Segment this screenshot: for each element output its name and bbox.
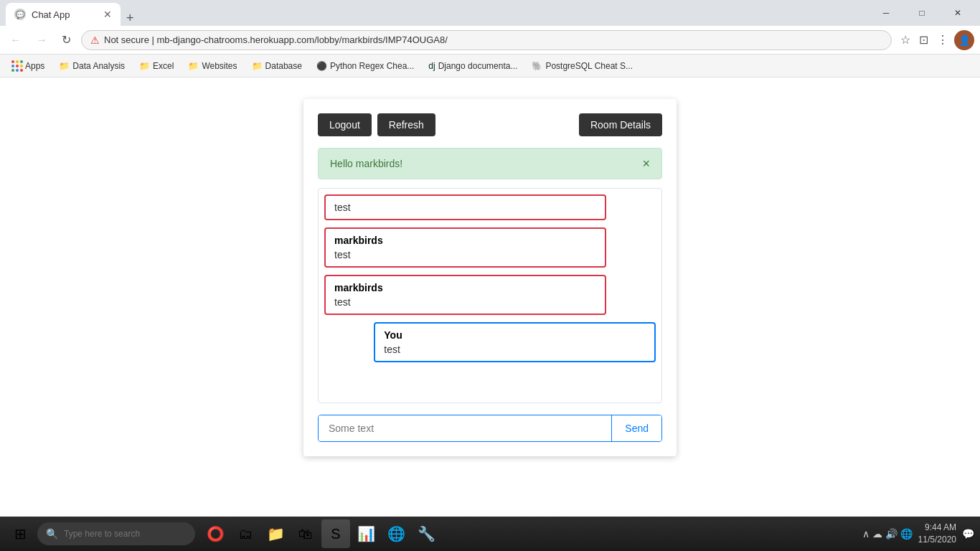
clock-display: 9:44 AM 11/5/2020	[918, 522, 956, 546]
message-username: You	[384, 329, 646, 341]
date: 11/5/2020	[918, 534, 956, 546]
tab-close-button[interactable]: ✕	[103, 9, 112, 20]
alert-banner: Hello markbirds! ×	[318, 148, 662, 179]
message-bubble: test	[324, 194, 606, 220]
new-tab-button[interactable]: +	[121, 11, 140, 26]
taskbar-app-store[interactable]: 🛍	[291, 519, 320, 548]
alert-close-button[interactable]: ×	[642, 157, 650, 170]
search-input[interactable]	[64, 529, 187, 539]
chevron-up-icon[interactable]: ∧	[862, 528, 870, 540]
bookmark-python-regex[interactable]: ⚫ Python Regex Chea...	[311, 59, 420, 73]
bookmark-apps[interactable]: Apps	[6, 58, 50, 74]
message-input-area: Send	[318, 415, 662, 442]
django-favicon: dj	[428, 61, 435, 71]
close-button[interactable]: ✕	[941, 0, 974, 26]
toolbar-left: Logout Refresh	[318, 113, 435, 136]
tab-group: 💬 Chat App ✕ +	[6, 0, 140, 26]
bookmark-postgresql[interactable]: 🐘 PostgreSQL Cheat S...	[526, 59, 639, 73]
bookmark-websites[interactable]: 📁 Websites	[182, 59, 242, 73]
url-text: Not secure | mb-django-chatrooms.herokua…	[104, 34, 448, 45]
chat-card: Logout Refresh Room Details Hello markbi…	[303, 99, 677, 456]
start-button[interactable]: ⊞	[6, 519, 34, 548]
link-favicon: ⚫	[316, 61, 327, 71]
refresh-button[interactable]: Refresh	[377, 113, 435, 136]
chat-toolbar: Logout Refresh Room Details	[318, 113, 662, 136]
message-text: test	[334, 249, 596, 260]
folder-icon: 📁	[59, 61, 70, 71]
message-username: markbirds	[334, 235, 596, 246]
page-content: Logout Refresh Room Details Hello markbi…	[0, 77, 980, 551]
warning-icon: ⚠	[90, 34, 100, 46]
pg-favicon: 🐘	[532, 61, 542, 71]
restore-button[interactable]: □	[905, 0, 938, 26]
bookmark-excel[interactable]: 📁 Excel	[133, 59, 179, 73]
taskbar-search[interactable]: 🔍	[37, 522, 195, 545]
url-bar[interactable]: ⚠ Not secure | mb-django-chatrooms.herok…	[81, 30, 892, 50]
network-icon[interactable]: 🌐	[900, 528, 913, 540]
taskbar-sublime[interactable]: S	[321, 519, 350, 548]
message-text: test	[334, 202, 596, 213]
minimize-button[interactable]: ─	[870, 0, 903, 26]
folder-icon: 📁	[139, 61, 150, 71]
taskbar-explorer[interactable]: 📁	[261, 519, 290, 548]
cloud-icon[interactable]: ☁	[872, 528, 882, 540]
message-bubble: markbirds test	[324, 227, 606, 268]
time: 9:44 AM	[918, 522, 956, 534]
message-bubble-self: You test	[374, 322, 656, 362]
active-tab[interactable]: 💬 Chat App ✕	[6, 3, 121, 26]
message-text: test	[334, 296, 596, 308]
tab-title: Chat App	[32, 9, 70, 20]
taskbar-apps: ⭕ 🗂 📁 🛍 S 📊 🌐 🔧	[201, 519, 440, 548]
reload-button[interactable]: ↻	[57, 30, 75, 50]
apps-grid-icon	[11, 60, 23, 72]
back-button[interactable]: ←	[6, 31, 26, 50]
bookmark-django-doc[interactable]: dj Django documenta...	[423, 59, 523, 73]
taskbar-task-view[interactable]: 🗂	[231, 519, 260, 548]
folder-icon: 📁	[188, 61, 199, 71]
message-input[interactable]	[319, 415, 611, 441]
taskbar-right: ∧ ☁ 🔊 🌐 9:44 AM 11/5/2020 💬	[862, 522, 974, 546]
message-bubble: markbirds test	[324, 275, 606, 315]
title-bar: 💬 Chat App ✕ + ─ □ ✕	[0, 0, 980, 26]
address-bar: ← → ↻ ⚠ Not secure | mb-django-chatrooms…	[0, 26, 980, 55]
cast-button[interactable]: ⊡	[916, 30, 931, 50]
room-details-button[interactable]: Room Details	[579, 113, 662, 136]
forward-button[interactable]: →	[32, 31, 52, 50]
bookmarks-bar: Apps 📁 Data Analysis 📁 Excel 📁 Websites …	[0, 55, 980, 77]
tray-icons: ∧ ☁ 🔊 🌐	[862, 528, 913, 540]
bookmark-apps-label: Apps	[25, 61, 44, 71]
alert-message: Hello markbirds!	[330, 158, 402, 169]
logout-button[interactable]: Logout	[318, 113, 372, 136]
bookmark-star-button[interactable]: ☆	[897, 30, 913, 50]
send-button[interactable]: Send	[611, 415, 661, 441]
taskbar-excel[interactable]: 📊	[352, 519, 380, 548]
messages-area[interactable]: test markbirds test markbirds test You t…	[318, 188, 662, 403]
taskbar-unknown[interactable]: 🔧	[412, 519, 440, 548]
window-controls: ─ □ ✕	[870, 0, 974, 26]
volume-icon[interactable]: 🔊	[885, 528, 897, 540]
profile-avatar[interactable]: 👤	[954, 30, 974, 50]
menu-button[interactable]: ⋮	[934, 30, 951, 50]
address-right: ☆ ⊡ ⋮ 👤	[897, 30, 974, 50]
search-icon: 🔍	[46, 528, 58, 540]
tab-favicon: 💬	[14, 9, 26, 20]
folder-icon: 📁	[252, 61, 263, 71]
bookmark-data-analysis[interactable]: 📁 Data Analysis	[53, 59, 131, 73]
taskbar-cortana[interactable]: ⭕	[201, 519, 230, 548]
message-text: test	[384, 344, 646, 355]
browser-frame: 💬 Chat App ✕ + ─ □ ✕ ← → ↻ ⚠ Not secure …	[0, 0, 980, 551]
taskbar: ⊞ 🔍 ⭕ 🗂 📁 🛍 S 📊 🌐 🔧 ∧ ☁ 🔊 🌐 9:44 AM 11/5…	[0, 517, 980, 551]
taskbar-chrome[interactable]: 🌐	[382, 519, 410, 548]
notification-icon[interactable]: 💬	[962, 528, 974, 540]
message-username: markbirds	[334, 282, 596, 293]
url-security: Not secure |	[104, 34, 156, 45]
bookmark-database[interactable]: 📁 Database	[246, 59, 308, 73]
